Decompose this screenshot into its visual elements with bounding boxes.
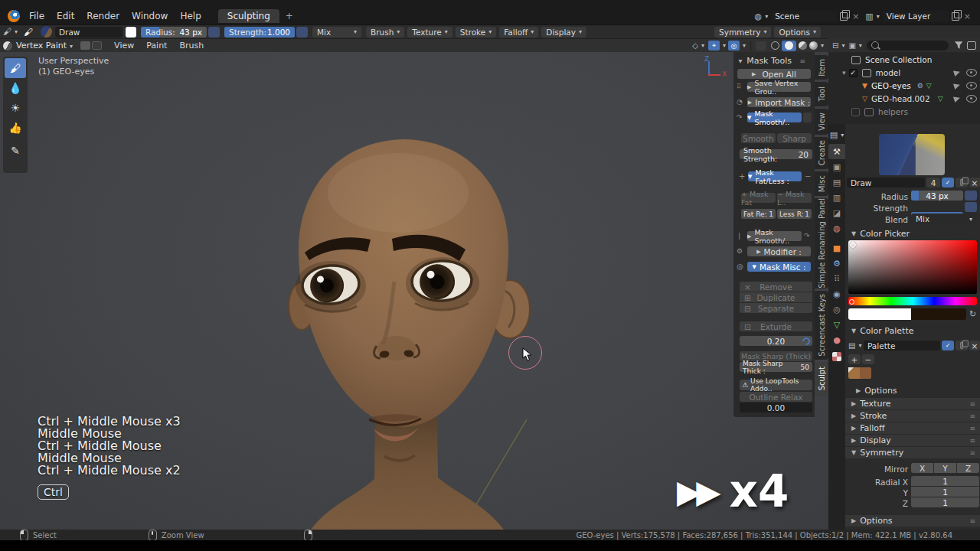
editor-type-dropdown[interactable]: ▤ bbox=[828, 127, 845, 142]
palette-copy-button[interactable] bbox=[956, 341, 968, 350]
radial-y-field[interactable]: 1 bbox=[911, 487, 979, 497]
scene-unlink-button[interactable]: × bbox=[852, 11, 859, 21]
swap-colors-icon[interactable]: ↻ bbox=[969, 309, 976, 319]
copy-brush-button[interactable] bbox=[956, 178, 968, 187]
active-brush-icon[interactable]: 🖌 bbox=[24, 27, 33, 37]
fake-user-shield-button[interactable]: ✓ bbox=[942, 178, 954, 187]
menu-render[interactable]: Render bbox=[80, 11, 126, 21]
tab-render[interactable]: ▣ bbox=[828, 159, 845, 174]
strength-slider[interactable]: Strength: 1.000 bbox=[224, 27, 295, 37]
mask-sharp-thick-field[interactable]: Mask Sharp Thick : 50 bbox=[740, 362, 812, 372]
view-layer-browse-icon[interactable]: ▥ bbox=[865, 11, 879, 21]
view-layer-selector[interactable]: View Layer bbox=[883, 11, 949, 22]
shading-material-icon[interactable] bbox=[799, 41, 807, 50]
radius-slider[interactable]: Radius: 43 px bbox=[141, 27, 207, 37]
panel-texture[interactable]: ▶ Texture ≡ bbox=[845, 397, 980, 409]
palette-add-button[interactable]: + bbox=[848, 354, 861, 364]
tool-average-button[interactable]: ☀ bbox=[5, 98, 26, 118]
separate-button[interactable]: ⊟ Separate bbox=[740, 303, 812, 313]
brush-name-field[interactable]: Draw bbox=[55, 27, 122, 37]
tab-constraints[interactable]: ◎ bbox=[828, 302, 845, 317]
visibility-eye-icon[interactable] bbox=[966, 82, 977, 90]
duplicate-button[interactable]: ⊞ Duplicate bbox=[740, 292, 812, 302]
radius-slider[interactable]: 43 px bbox=[911, 191, 963, 201]
less-radius-field[interactable]: Less R: 1 bbox=[777, 209, 812, 219]
tab-screencast-keys[interactable]: Screencast Keys bbox=[815, 291, 828, 360]
mask-smooth-header-button[interactable]: ↷ ▼ Mask Smooth/.. bbox=[747, 112, 802, 122]
import-mask-button[interactable]: ◔ ▶ Import Mask : bbox=[747, 97, 811, 107]
blender-logo[interactable] bbox=[8, 10, 20, 22]
panel-falloff[interactable]: ▶ Falloff ≡ bbox=[845, 422, 980, 434]
tab-sculpt[interactable]: Sculpt bbox=[815, 362, 828, 396]
view-layer-copy-button[interactable] bbox=[952, 12, 959, 21]
fat-radius-field[interactable]: Fat Re: 1 bbox=[741, 209, 776, 219]
tab-particles[interactable]: ⠿ bbox=[828, 271, 845, 286]
menu-file[interactable]: File bbox=[23, 11, 51, 21]
expand-icon[interactable]: ▾ bbox=[842, 69, 846, 77]
symmetry-popover[interactable]: Symmetry bbox=[714, 27, 771, 37]
mirror-x-button[interactable]: X bbox=[911, 463, 933, 473]
new-collection-icon[interactable] bbox=[967, 41, 976, 50]
collection-checkbox[interactable] bbox=[851, 108, 860, 116]
strength-pressure-button[interactable] bbox=[296, 27, 308, 37]
shading-solid-icon[interactable] bbox=[782, 41, 796, 51]
overlays-toggle-icon[interactable]: ◎ bbox=[728, 41, 740, 51]
primary-color-swatch[interactable] bbox=[848, 308, 911, 320]
tab-material[interactable]: ● bbox=[828, 332, 845, 347]
options-subpanel-header[interactable]: ▶ Options bbox=[856, 386, 897, 396]
palette-name-field[interactable]: Palette bbox=[864, 341, 940, 350]
panel-options[interactable]: ▶ Options ≡ bbox=[845, 514, 980, 527]
scene-selector[interactable]: Scene bbox=[771, 11, 837, 22]
unlink-brush-button[interactable]: × bbox=[969, 178, 980, 187]
palette-browse-dropdown[interactable]: ▤ bbox=[848, 341, 861, 350]
tab-scene[interactable]: ◪ bbox=[828, 205, 845, 220]
tab-world[interactable]: ◍ bbox=[828, 220, 845, 236]
xray-toggle-icon[interactable] bbox=[756, 41, 766, 51]
collection-row-helpers[interactable]: helpers bbox=[851, 106, 908, 117]
filter-image-dropdown[interactable]: ▣ bbox=[848, 41, 861, 50]
tool-smear-button[interactable]: 👍 bbox=[5, 118, 26, 138]
visibility-eye-icon[interactable] bbox=[966, 95, 977, 103]
radial-z-field[interactable]: 1 bbox=[911, 497, 979, 507]
radius-pressure-button[interactable] bbox=[965, 191, 977, 201]
save-vertex-groups-button[interactable]: ⠿ ▶ Save Vertex Grou.. bbox=[747, 82, 811, 92]
sharp-button[interactable]: Sharp bbox=[777, 133, 812, 143]
tab-object[interactable]: ■ bbox=[828, 240, 845, 256]
tab-object-data[interactable]: ▽ bbox=[828, 317, 845, 332]
palette-swatch-1[interactable] bbox=[848, 367, 860, 379]
panel-expand-icon[interactable]: ▼ bbox=[739, 58, 743, 64]
object-row-geo-head[interactable]: ▽ GEO-head.002 ▽ bbox=[862, 93, 977, 104]
mirror-z-button[interactable]: Z bbox=[957, 463, 979, 473]
visibility-eye-icon[interactable] bbox=[966, 69, 977, 77]
outliner-search[interactable] bbox=[867, 41, 949, 51]
extrude-value-slider[interactable]: 0.20 bbox=[740, 336, 812, 346]
scene-browse-icon[interactable]: ◍ bbox=[755, 11, 769, 21]
stroke-popover[interactable]: Stroke bbox=[456, 27, 496, 37]
blend-mode-dropdown[interactable]: Mix bbox=[911, 214, 977, 224]
tool-blur-button[interactable]: 💧 bbox=[5, 78, 26, 98]
tab-physics[interactable]: ◉ bbox=[828, 286, 845, 302]
options-popover[interactable]: Options bbox=[774, 27, 821, 37]
tool-draw-button[interactable]: 🖌 bbox=[5, 58, 26, 78]
scene-copy-button[interactable] bbox=[840, 12, 848, 21]
head-model[interactable] bbox=[230, 129, 582, 530]
smooth-button[interactable]: Smooth bbox=[741, 133, 776, 143]
viewport-3d[interactable]: 🖌 💧 ☀ 👍 ✎ User Perspective (1) GEO-eyes … bbox=[0, 52, 828, 530]
remove-button[interactable]: × Remove bbox=[740, 282, 812, 292]
menu-brush[interactable]: Brush bbox=[173, 41, 210, 51]
color-picker-hue-bar[interactable] bbox=[848, 297, 977, 305]
tab-simple-renaming-panel[interactable]: Simple Renaming Panel bbox=[815, 198, 828, 289]
palette-fake-user-button[interactable]: ✓ bbox=[942, 341, 954, 350]
radius-pressure-button[interactable] bbox=[208, 27, 220, 37]
mask-tools-header[interactable]: ▼ Mask Tools ≡ bbox=[738, 56, 810, 66]
scene-collection-row[interactable]: Scene Collection bbox=[851, 54, 932, 65]
extrude-button[interactable]: ⊡ Exturde bbox=[740, 321, 812, 331]
panel-stroke[interactable]: ▶ Stroke ≡ bbox=[845, 409, 980, 422]
select-arrow-icon[interactable] bbox=[953, 69, 961, 77]
open-all-button[interactable]: ▶ Open All bbox=[737, 69, 811, 79]
panel-symmetry[interactable]: ▼ Symmetry ≡ bbox=[845, 446, 980, 458]
add-workspace-button[interactable]: + bbox=[279, 11, 299, 21]
select-arrow-icon[interactable] bbox=[953, 82, 961, 90]
brush-users-button[interactable]: 4 bbox=[926, 178, 940, 187]
falloff-popover[interactable]: Falloff bbox=[499, 27, 538, 37]
